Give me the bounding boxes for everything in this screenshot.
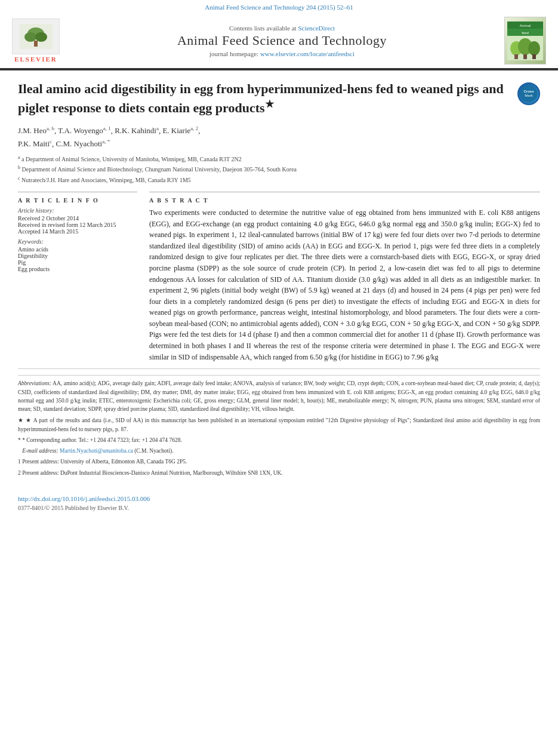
star-note: ★ ★ A part of the results and data (i.e.…	[18, 416, 540, 434]
received-date: Received 2 October 2014	[18, 215, 137, 222]
title-area: Cross Mark Ileal amino acid digestibilit…	[18, 80, 540, 117]
footnotes-divider	[18, 368, 540, 369]
accepted-date: Accepted 14 March 2015	[18, 228, 137, 235]
copyright-text: 0377-8401/© 2015 Published by Elsevier B…	[18, 505, 540, 511]
received-revised-date: Received in revised form 12 March 2015	[18, 222, 137, 228]
crossmark-badge: Cross Mark	[517, 82, 540, 105]
svg-point-3	[35, 32, 47, 42]
svg-rect-4	[34, 41, 38, 47]
crossmark-area: Cross Mark	[517, 82, 540, 105]
svg-text:Mark: Mark	[525, 94, 533, 97]
abstract-label: A B S T R A C T	[149, 197, 540, 204]
bottom-links: http://dx.doi.org/10.1016/j.anifeedsci.2…	[0, 490, 558, 515]
crossmark-icon: Cross Mark	[520, 85, 538, 103]
article-info-label: A R T I C L E I N F O	[18, 197, 137, 204]
abstract-section: A B S T R A C T Two experiments were con…	[149, 192, 540, 362]
elsevier-image	[12, 19, 60, 54]
journal-citation: Animal Feed Science and Technology 204 (…	[0, 0, 558, 12]
elsevier-brand: ELSEVIER	[12, 56, 60, 63]
note2-text: 2 Present address: DuPont Industrial Bio…	[18, 469, 540, 477]
keywords-section: Keywords: Amino acids Digestibility Pig …	[18, 238, 137, 272]
journal-title-block: Contents lists available at ScienceDirec…	[60, 24, 504, 57]
tree-icon	[20, 24, 53, 49]
abbreviations-label: Abbreviations:	[18, 380, 51, 386]
af-cover-image: Animal feed	[507, 21, 543, 60]
email-link[interactable]: Martin.Nyachoti@umanitoba.ca	[60, 448, 133, 454]
article-title: Ileal amino acid digestibility in egg fr…	[18, 80, 540, 117]
abstract-text: Two experiments were conducted to determ…	[149, 207, 540, 362]
keywords-label: Keywords:	[18, 238, 137, 245]
note1-text: 1 Present address: University of Alberta…	[18, 457, 540, 466]
homepage-line: journal homepage: www.elsevier.com/locat…	[60, 50, 504, 57]
two-col-layout: A R T I C L E I N F O Article history: R…	[18, 192, 540, 362]
email-line: E-mail address: Martin.Nyachoti@umanitob…	[18, 447, 540, 455]
footnotes-area: Abbreviations: AA, amino acid(s); ADG, a…	[18, 375, 540, 477]
abstract-col: A B S T R A C T Two experiments were con…	[149, 192, 540, 362]
title-star: ★	[265, 99, 274, 110]
doi-link[interactable]: http://dx.doi.org/10.1016/j.anifeedsci.2…	[18, 495, 150, 502]
corresponding-note: * * Corresponding author. Tel.: +1 204 4…	[18, 436, 540, 444]
keyword-egg-products: Egg products	[18, 266, 137, 272]
homepage-link[interactable]: www.elsevier.com/locate/anifeedsci	[260, 50, 354, 57]
article-history: Article history: Received 2 October 2014…	[18, 207, 137, 235]
keyword-pig: Pig	[18, 259, 137, 266]
affiliation-a: a a Department of Animal Science, Univer…	[18, 154, 540, 164]
svg-text:Cross: Cross	[523, 90, 534, 93]
article-info-col: A R T I C L E I N F O Article history: R…	[18, 192, 137, 362]
elsevier-logo: ELSEVIER	[12, 19, 60, 63]
sciencedirect-link[interactable]: ScienceDirect	[298, 24, 335, 32]
svg-text:Animal: Animal	[520, 24, 531, 27]
keyword-digestibility: Digestibility	[18, 253, 137, 259]
journal-header: ELSEVIER Contents lists available at Sci…	[0, 12, 558, 69]
svg-text:feed: feed	[522, 31, 529, 35]
authors-line: J.M. Heoa, b, T.A. Woyengoa, 1, R.K. Kah…	[18, 124, 540, 150]
svg-rect-13	[514, 54, 518, 59]
svg-rect-15	[532, 54, 536, 59]
svg-point-2	[24, 32, 36, 42]
svg-rect-14	[523, 54, 527, 59]
abbreviations-text: Abbreviations: AA, amino acid(s); ADG, a…	[18, 379, 540, 413]
main-content: Cross Mark Ileal amino acid digestibilit…	[0, 70, 558, 485]
affiliation-b: b Department of Animal Science and Biote…	[18, 164, 540, 174]
keyword-amino-acids: Amino acids	[18, 246, 137, 253]
contents-line: Contents lists available at ScienceDirec…	[60, 24, 504, 32]
article-info: A R T I C L E I N F O Article history: R…	[18, 192, 137, 272]
affiliation-c: c Nutratech/J.H. Hare and Associates, Wi…	[18, 175, 540, 185]
history-label: Article history:	[18, 207, 137, 214]
svg-point-12	[528, 41, 540, 56]
af-journal-image: Animal feed	[504, 17, 546, 64]
journal-main-title: Animal Feed Science and Technology	[60, 33, 504, 48]
affiliations: a a Department of Animal Science, Univer…	[18, 154, 540, 185]
